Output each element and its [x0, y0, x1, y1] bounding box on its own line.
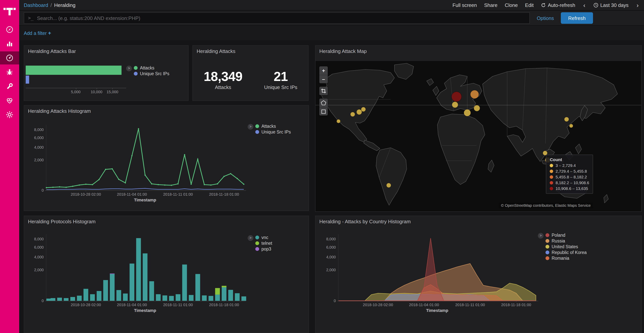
- bar-vnc[interactable]: [77, 295, 82, 301]
- map-legend-item[interactable]: 10,908.6 – 13,635: [550, 186, 589, 191]
- map-draw-rectangle-button[interactable]: [319, 107, 328, 116]
- sidebar-item-dashboard[interactable]: [0, 51, 19, 65]
- map-legend-item[interactable]: 3 – 2,729.4: [550, 163, 589, 168]
- bar-vnc[interactable]: [116, 290, 121, 301]
- bar-vnc[interactable]: [182, 264, 187, 301]
- protocols-legend-telnet[interactable]: telnet: [255, 241, 272, 245]
- bar-vnc[interactable]: [215, 295, 220, 301]
- attack-bubble[interactable]: [386, 183, 391, 188]
- query-options-link[interactable]: Options: [537, 15, 554, 21]
- protocols-legend-pop3[interactable]: pop3: [255, 247, 272, 251]
- country-legend-russia[interactable]: Russia: [546, 239, 587, 243]
- bar-vnc[interactable]: [70, 297, 75, 301]
- topbar-action-full-screen[interactable]: Full screen: [452, 2, 477, 8]
- bar-attacks[interactable]: [26, 66, 122, 75]
- search-input[interactable]: [37, 15, 526, 21]
- legend-collapse-icon[interactable]: >: [126, 66, 132, 71]
- attack-bubble[interactable]: [452, 102, 458, 108]
- attacks-bar-legend-unique-src-ips[interactable]: Unique Src IPs: [134, 71, 169, 76]
- attack-bubble[interactable]: [361, 107, 366, 112]
- bar-vnc[interactable]: [46, 299, 51, 301]
- bar-vnc[interactable]: [90, 294, 95, 301]
- search-box[interactable]: >_: [24, 12, 530, 24]
- protocols-legend-vnc[interactable]: vnc: [255, 235, 272, 240]
- attack-bubble[interactable]: [569, 124, 573, 128]
- sidebar-item-management[interactable]: [0, 108, 19, 121]
- map-draw-polygon-button[interactable]: [319, 99, 328, 107]
- bar-vnc[interactable]: [64, 298, 68, 301]
- attack-bubble[interactable]: [336, 119, 340, 123]
- sidebar-item-dev-tools[interactable]: [0, 80, 19, 93]
- bar-pop3[interactable]: [110, 273, 114, 274]
- bar-vnc[interactable]: [235, 293, 240, 301]
- world-map[interactable]: + −: [316, 61, 641, 211]
- bar-vnc[interactable]: [143, 253, 148, 301]
- map-legend-item[interactable]: 8,182.2 – 10,908.6: [550, 180, 589, 185]
- bar-vnc[interactable]: [84, 289, 88, 301]
- attack-bubble[interactable]: [470, 90, 479, 99]
- panel-title[interactable]: Heralding Protocols Histogram: [24, 216, 308, 227]
- attack-bubble[interactable]: [564, 117, 569, 122]
- legend-collapse-icon[interactable]: >: [248, 235, 254, 241]
- bar-telnet[interactable]: [222, 286, 226, 287]
- sidebar-item-timelion[interactable]: [0, 66, 19, 79]
- sidebar-item-discover[interactable]: [0, 23, 19, 36]
- bar-vnc[interactable]: [149, 281, 154, 301]
- bar-vnc[interactable]: [136, 238, 141, 301]
- auto-refresh-button[interactable]: Auto-refresh: [541, 2, 575, 8]
- bar-vnc[interactable]: [123, 293, 128, 301]
- add-filter-link[interactable]: Add a filter +: [24, 30, 51, 36]
- bar-vnc[interactable]: [242, 296, 246, 301]
- topbar-action-clone[interactable]: Clone: [505, 2, 518, 8]
- bar-vnc[interactable]: [169, 296, 174, 301]
- bar-vnc[interactable]: [195, 274, 200, 301]
- attack-bubble[interactable]: [464, 109, 471, 116]
- bar-vnc[interactable]: [202, 295, 207, 301]
- bar-vnc[interactable]: [228, 290, 233, 301]
- refresh-button[interactable]: Refresh: [561, 12, 593, 24]
- panel-title[interactable]: Heralding Attack Map: [316, 46, 641, 57]
- country-legend-romania[interactable]: Romania: [546, 256, 587, 260]
- time-range-forward-button[interactable]: ›: [636, 3, 640, 8]
- series-line-attacks[interactable]: [46, 129, 244, 188]
- bar-vnc[interactable]: [176, 294, 180, 301]
- map-zoom-out-button[interactable]: −: [319, 75, 328, 83]
- attack-bubble[interactable]: [350, 112, 355, 117]
- sidebar-item-monitoring[interactable]: [0, 94, 19, 107]
- legend-collapse-icon[interactable]: >: [248, 124, 254, 130]
- sidebar-item-visualize[interactable]: [0, 37, 19, 50]
- panel-title[interactable]: Heralding - Attacks by Country Histogram: [316, 216, 641, 227]
- bar-vnc[interactable]: [156, 294, 160, 301]
- bar-vnc[interactable]: [189, 295, 194, 301]
- bar-vnc[interactable]: [57, 298, 62, 301]
- attack-bubble[interactable]: [474, 105, 480, 111]
- attacks-bar-legend-attacks[interactable]: Attacks: [134, 66, 169, 70]
- bar-vnc[interactable]: [110, 274, 114, 301]
- country-histogram-chart[interactable]: 02,0004,0006,0008,0002018-10-28 02:00201…: [316, 226, 642, 333]
- bar-vnc[interactable]: [50, 298, 56, 301]
- bar-vnc[interactable]: [208, 296, 213, 301]
- panel-title[interactable]: Heralding Attacks Bar: [24, 46, 188, 57]
- bar-vnc[interactable]: [130, 263, 134, 301]
- topbar-action-edit[interactable]: Edit: [525, 2, 534, 8]
- bar-vnc[interactable]: [162, 295, 167, 301]
- attack-bubble[interactable]: [452, 92, 462, 102]
- bar-vnc[interactable]: [103, 280, 108, 301]
- bar-vnc[interactable]: [222, 287, 226, 301]
- time-range-back-button[interactable]: ‹: [582, 3, 586, 8]
- map-fit-bounds-button[interactable]: [319, 87, 328, 95]
- attacks-bar-chart[interactable]: 5,00010,00015,000: [26, 63, 128, 99]
- country-legend-poland[interactable]: Poland: [546, 233, 587, 237]
- map-legend-item[interactable]: 5,455.8 – 8,182.2: [550, 175, 589, 179]
- bar-telnet[interactable]: [215, 288, 220, 295]
- breadcrumb-dashboard-link[interactable]: Dashboard: [24, 2, 48, 8]
- series-line-unique-src-ips[interactable]: [46, 188, 244, 190]
- bar-unique-src-ips[interactable]: [26, 76, 29, 84]
- panel-title[interactable]: Heralding Attacks Histogram: [24, 106, 308, 117]
- attacks-histogram-legend-attacks[interactable]: Attacks: [255, 124, 291, 129]
- bar-vnc[interactable]: [96, 291, 102, 301]
- country-legend-united-states[interactable]: United States: [546, 244, 587, 249]
- attacks-histogram-legend-unique-src-ips[interactable]: Unique Src IPs: [255, 130, 291, 134]
- map-zoom-in-button[interactable]: +: [319, 66, 328, 75]
- map-legend-item[interactable]: 2,729.4 – 5,455.8: [550, 169, 589, 173]
